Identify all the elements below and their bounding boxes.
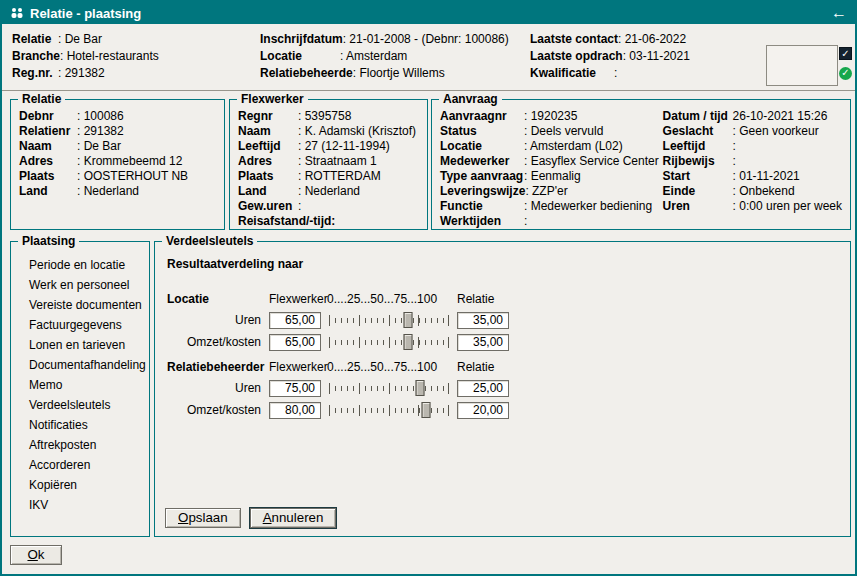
sidebar-item-lonen-en-tarieven[interactable]: Lonen en tarieven <box>19 335 141 355</box>
field-value: : 5395758 <box>298 109 351 124</box>
field-row: Status: Deels vervuld <box>440 124 663 139</box>
field-value: : 0:00 uren per week <box>733 199 842 214</box>
sidebar-item-werk-en-personeel[interactable]: Werk en personeel <box>19 275 141 295</box>
slider-row-label: Uren <box>167 381 263 395</box>
group-title: Plaatsing <box>18 234 79 248</box>
slider-thumb[interactable] <box>403 334 412 350</box>
field-row: Inschrijfdatum: 21-01-2008 - (Debnr: 100… <box>260 31 509 48</box>
annuleren-button[interactable]: Annuleren <box>250 508 337 528</box>
flexwerker-value-input[interactable]: 65,00 <box>269 312 321 329</box>
field-value: : Geen voorkeur <box>733 124 819 139</box>
field-value: : 21-01-2008 - (Debnr: 100086) <box>343 31 509 48</box>
field-label: Leeftijd <box>663 139 733 154</box>
slider-row: Omzet/kosten 80,00 20,00 <box>167 399 840 421</box>
field-row: Debnr: 100086 <box>19 109 216 124</box>
field-label: Geslacht <box>663 124 733 139</box>
field-label: Plaats <box>19 169 77 184</box>
field-row: Adres: Straatnaam 1 <box>238 154 419 169</box>
field-value: : De Bar <box>77 139 121 154</box>
field-label: Type aanvraag <box>440 169 524 184</box>
back-arrow-icon[interactable]: ← <box>831 3 847 23</box>
field-value: : 100086 <box>77 109 124 124</box>
photo-placeholder <box>766 45 838 86</box>
field-value: : 291382 <box>58 65 105 82</box>
verdeel-slider[interactable] <box>327 333 451 351</box>
field-row: Aanvraagnr: 1920235 <box>440 109 663 124</box>
sidebar-item-periode-en-locatie[interactable]: Periode en locatie <box>19 255 141 275</box>
field-value: : Easyflex Service Center <box>524 154 659 169</box>
field-value: : 1920235 <box>524 109 577 124</box>
field-label: Adres <box>238 154 298 169</box>
plaatsing-group: Plaatsing Periode en locatie Werk en per… <box>10 241 150 537</box>
field-value: : 01-11-2021 <box>733 169 800 184</box>
field-label: Relatie <box>12 31 58 48</box>
field-row: Leeftijd: <box>663 139 842 154</box>
field-value: : OOSTERHOUT NB <box>77 169 188 184</box>
field-row: Naam: K. Adamski (Krisztof) <box>238 124 419 139</box>
group-title: Aanvraag <box>439 92 502 106</box>
field-row: Leeftijd: 27 (12-11-1994) <box>238 139 419 154</box>
verdeel-slider[interactable] <box>327 401 451 419</box>
field-row: Relatienr: 291382 <box>19 124 216 139</box>
relatie-value-input[interactable]: 25,00 <box>457 380 509 397</box>
slider-thumb[interactable] <box>403 312 412 328</box>
sidebar-item-verdeelsleutels[interactable]: Verdeelsleutels <box>19 395 141 415</box>
slider-thumb[interactable] <box>422 402 431 418</box>
sidebar-item-accorderen[interactable]: Accorderen <box>19 455 141 475</box>
relatie-value-input[interactable]: 20,00 <box>457 402 509 419</box>
verdeel-slider[interactable] <box>327 311 451 329</box>
ok-button[interactable]: Ok <box>10 545 62 565</box>
field-label: Medewerker <box>440 154 524 169</box>
opslaan-button[interactable]: Opslaan <box>165 508 241 528</box>
field-row: Relatie: De Bar <box>12 31 159 48</box>
field-label: Locatie <box>440 139 524 154</box>
field-label: Aanvraagnr <box>440 109 524 124</box>
field-value: : <box>298 199 301 214</box>
sidebar-item-factuurgegevens[interactable]: Factuurgegevens <box>19 315 141 335</box>
sidebar-item-kopieren[interactable]: Kopiëren <box>19 475 141 495</box>
slider-row: Uren 65,00 35,00 <box>167 309 840 331</box>
sidebar-item-vereiste-documenten[interactable]: Vereiste documenten <box>19 295 141 315</box>
flexwerker-value-input[interactable]: 75,00 <box>269 380 321 397</box>
window-title: Relatie - plaatsing <box>30 6 141 21</box>
flexwerker-value-input[interactable]: 80,00 <box>269 402 321 419</box>
group-title: Relatie <box>18 92 65 106</box>
sidebar-item-notificaties[interactable]: Notificaties <box>19 415 141 435</box>
header-summary: Relatie: De Bar Branche: Hotel-restauran… <box>2 24 855 91</box>
field-row: Geslacht: Geen voorkeur <box>663 124 842 139</box>
relatie-value-input[interactable]: 35,00 <box>457 312 509 329</box>
relatie-plaatsing-window: Relatie - plaatsing ← Relatie: De Bar Br… <box>0 0 857 576</box>
field-label: Kwalificatie <box>530 65 614 82</box>
relatie-column-header: Relatie <box>457 360 509 374</box>
field-value: : 03-11-2021 <box>623 48 690 65</box>
sidebar-item-ikv[interactable]: IKV <box>19 495 141 515</box>
field-label: Adres <box>19 154 77 169</box>
field-value: : Deels vervuld <box>524 124 603 139</box>
relatie-value-input[interactable]: 35,00 <box>457 334 509 351</box>
flexwerker-value-input[interactable]: 65,00 <box>269 334 321 351</box>
aanvraag-right-column: Datum / tijd26-10-2021 15:26 Geslacht: G… <box>663 109 842 229</box>
panel-buttons: Opslaan Annuleren <box>165 508 840 530</box>
header-column-2: Inschrijfdatum: 21-01-2008 - (Debnr: 100… <box>260 31 509 82</box>
green-check-icon: ✓ <box>839 67 852 80</box>
titlebar: Relatie - plaatsing ← <box>2 2 855 24</box>
section-name: Relatiebeheerder <box>167 360 263 374</box>
slider-row-label: Omzet/kosten <box>167 403 263 417</box>
flexwerker-group: Flexwerker Regnr: 5395758 Naam: K. Adams… <box>229 99 428 230</box>
field-row: Locatie: Amsterdam (L02) <box>440 139 663 154</box>
field-value: : Nederland <box>77 184 139 199</box>
field-label: Werktijden <box>440 214 524 229</box>
field-row: Branche: Hotel-restaurants <box>12 48 159 65</box>
field-row: Medewerker: Easyflex Service Center <box>440 154 663 169</box>
field-value: : Floortje Willems <box>353 65 445 82</box>
sidebar-item-memo[interactable]: Memo <box>19 375 141 395</box>
sidebar-item-aftrekposten[interactable]: Aftrekposten <box>19 435 141 455</box>
checked-checkbox-icon[interactable]: ✓ <box>839 47 852 60</box>
flexwerker-column-header: Flexwerker <box>269 292 321 306</box>
verdeel-slider[interactable] <box>327 379 451 397</box>
field-row: Regnr: 5395758 <box>238 109 419 124</box>
sidebar-item-documentafhandeling[interactable]: Documentafhandeling <box>19 355 141 375</box>
slider-thumb[interactable] <box>416 380 425 396</box>
field-row: Gew.uren: <box>238 199 419 214</box>
field-label: Leveringswijze <box>440 184 525 199</box>
